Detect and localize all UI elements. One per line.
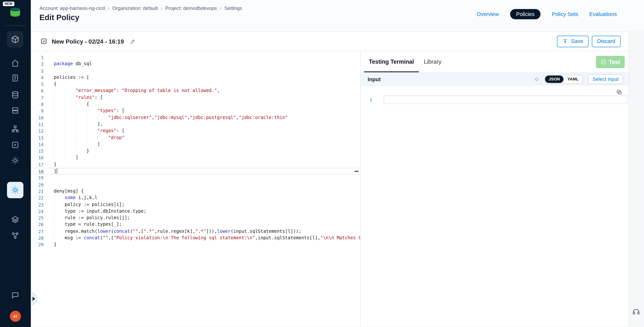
sidebar-item-pipelines[interactable] <box>11 74 20 82</box>
line-number: 2 <box>31 61 44 68</box>
test-input-field[interactable] <box>384 96 628 104</box>
sidebar-item-module-cube[interactable] <box>7 31 23 48</box>
testing-terminal-panel: Testing TerminalLibrary Test Input <box>360 51 629 327</box>
input-label: Input <box>368 76 381 82</box>
line-number: 1 <box>31 54 44 61</box>
top-nav-tab-policies[interactable]: Policies <box>510 9 541 19</box>
sidebar-item-executions[interactable] <box>11 141 20 149</box>
layers-icon <box>11 215 20 224</box>
code-line-17[interactable]: 17} <box>31 161 360 168</box>
line-number: 24 <box>31 208 44 215</box>
format-option-yaml[interactable]: YAML <box>564 76 582 83</box>
breadcrumb-separator: › <box>108 5 110 11</box>
gear-icon <box>11 156 20 165</box>
code-line-28[interactable]: 28 msg := concat("",["Policy violation:\… <box>31 235 360 242</box>
code-line-21[interactable]: 21deny[msg] { <box>31 188 360 195</box>
sidebar-item-org[interactable] <box>11 232 20 240</box>
test-button[interactable]: Test <box>596 56 624 68</box>
code-line-14[interactable]: 14 ] <box>31 141 360 148</box>
code-text: rule := policy.rules[j]; <box>54 215 130 221</box>
code-line-13[interactable]: 13 "drop" <box>31 134 360 141</box>
breadcrumb-separator: › <box>161 5 162 11</box>
code-text: msg := concat("",["Policy violation:\n T… <box>54 235 360 242</box>
top-nav-tab-evaluations[interactable]: Evaluations <box>589 11 617 17</box>
policy-editor-card: New Policy - 02/24 - 16:19 Save Discard <box>31 31 629 327</box>
sidebar-item-services[interactable] <box>11 106 20 114</box>
breadcrumb-item-settings[interactable]: Settings <box>224 5 242 11</box>
breadcrumb-item-organization[interactable]: Organization: default <box>112 5 158 11</box>
code-text: "drop" <box>54 134 125 141</box>
sidebar-item-project-settings[interactable] <box>11 156 20 165</box>
code-text: package db_sql <box>54 61 92 68</box>
line-number: 3 <box>31 68 44 74</box>
play-circle-icon <box>600 59 606 65</box>
line-number: 13 <box>31 134 44 141</box>
code-text: ] <box>54 168 57 174</box>
save-button[interactable]: Save <box>557 35 588 47</box>
copy-icon[interactable] <box>616 89 622 95</box>
code-line-11[interactable]: 11 ], <box>31 121 360 128</box>
code-line-4[interactable]: 4policies := [ <box>31 74 360 81</box>
home-icon <box>11 59 20 67</box>
policy-name: New Policy - 02/24 - 16:19 <box>52 38 124 44</box>
sidebar-item-environments[interactable] <box>11 125 20 133</box>
code-text: policy := policies[i]; <box>54 201 125 208</box>
editor-split: 12package db_sql34policies := [5{6 "erro… <box>31 51 629 327</box>
format-option-json[interactable]: JSON <box>545 76 564 83</box>
line-number: 27 <box>31 228 44 235</box>
sidebar-item-home[interactable] <box>11 59 20 67</box>
edit-pencil-icon[interactable] <box>130 38 136 44</box>
top-nav-tab-policy-sets[interactable]: Policy Sets <box>552 11 578 17</box>
input-editor-area: 1 <box>360 86 629 104</box>
terminal-tab-library[interactable]: Library <box>419 51 446 72</box>
code-line-29[interactable]: 29} <box>31 242 360 248</box>
terminal-tab-testing-terminal[interactable]: Testing Terminal <box>364 51 419 72</box>
code-line-18[interactable]: 18] <box>31 168 360 175</box>
sidebar-item-settings-active[interactable] <box>7 182 23 198</box>
code-line-23[interactable]: 23 policy := policies[i]; <box>31 201 360 208</box>
sidebar-item-chat[interactable] <box>11 291 20 299</box>
policy-toolbar: New Policy - 02/24 - 16:19 Save Discard <box>31 32 629 51</box>
code-line-5[interactable]: 5{ <box>31 81 360 88</box>
breadcrumb-item-account[interactable]: Account: app-harness-ng-cicd <box>40 5 105 11</box>
code-line-10[interactable]: 10 "jdbc:sqlserver","jdbc:mysql","jdbc:p… <box>31 114 360 121</box>
code-line-26[interactable]: 26 type = rule.types[_]; <box>31 221 360 228</box>
select-input-button[interactable]: Select Input <box>588 74 623 84</box>
breadcrumb-separator: › <box>220 5 222 11</box>
code-line-27[interactable]: 27 regex.match(lower(concat("",[".*",rul… <box>31 228 360 235</box>
code-line-20[interactable]: 20 <box>31 181 360 188</box>
code-line-3[interactable]: 3 <box>31 68 360 74</box>
document-list-icon <box>11 74 20 82</box>
code-line-9[interactable]: 9 "types": [ <box>31 108 360 114</box>
input-line-number: 1 <box>360 97 372 102</box>
top-nav-tab-overview[interactable]: Overview <box>477 11 499 17</box>
support-headset-icon[interactable] <box>632 307 641 316</box>
harness-db-devops-logo[interactable] <box>8 6 22 20</box>
line-number: 23 <box>31 201 44 208</box>
breadcrumb-item-project[interactable]: Project: demodbdevops <box>165 5 217 11</box>
avatar[interactable]: AT <box>10 311 21 322</box>
code-text: "regex": [ <box>54 128 125 134</box>
code-line-19[interactable]: 19 <box>31 175 360 181</box>
chat-bubble-icon <box>11 291 20 299</box>
code-line-16[interactable]: 16 ] <box>31 155 360 161</box>
discard-button[interactable]: Discard <box>592 35 620 47</box>
code-line-15[interactable]: 15 } <box>31 148 360 155</box>
code-line-2[interactable]: 2package db_sql <box>31 61 360 68</box>
code-line-6[interactable]: 6 "error_message": "Dropping of table is… <box>31 88 360 94</box>
code-editor[interactable]: 12package db_sql34policies := [5{6 "erro… <box>31 51 360 327</box>
code-line-1[interactable]: 1 <box>31 54 360 61</box>
code-line-22[interactable]: 22 some i,j,k,l <box>31 195 360 201</box>
code-line-8[interactable]: 8 { <box>31 101 360 108</box>
code-line-12[interactable]: 12 "regex": [ <box>31 128 360 134</box>
code-line-7[interactable]: 7 "rules": [ <box>31 94 360 101</box>
line-number: 15 <box>31 148 44 155</box>
sidebar-item-layers[interactable] <box>11 215 20 224</box>
breadcrumb: Account: app-harness-ng-cicd›Organizatio… <box>40 5 242 11</box>
code-line-24[interactable]: 24 type := input.dbInstance.type; <box>31 208 360 215</box>
sidebar-item-databases[interactable] <box>11 91 20 99</box>
gear-icon <box>11 186 20 194</box>
tag-diamond-icon[interactable] <box>534 76 539 82</box>
code-line-25[interactable]: 25 rule := policy.rules[j]; <box>31 215 360 221</box>
new-badge: NEW <box>3 2 14 6</box>
